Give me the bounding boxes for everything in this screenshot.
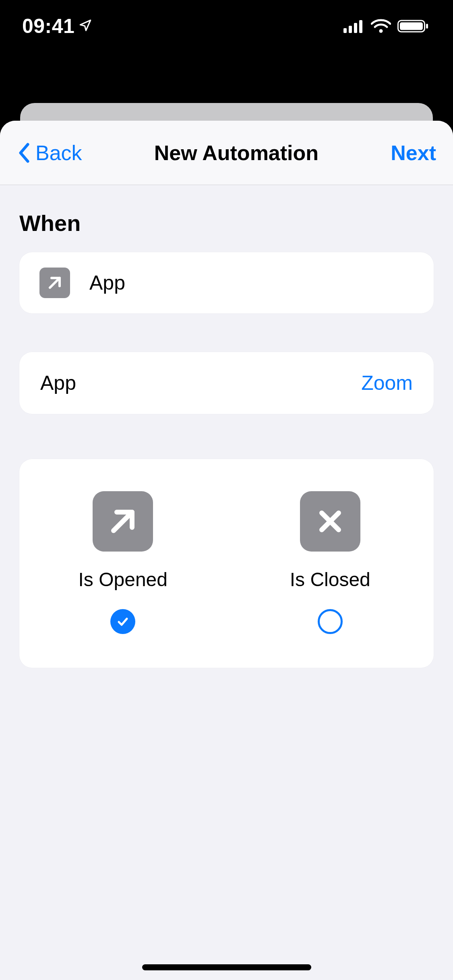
back-button[interactable]: Back <box>17 141 82 165</box>
x-icon <box>300 491 360 552</box>
option-is-opened[interactable]: Is Opened <box>19 491 227 634</box>
nav-header: Back New Automation Next <box>0 121 453 185</box>
radio-unchecked-icon <box>318 609 343 634</box>
app-selector-key: App <box>40 371 76 395</box>
location-arrow-icon <box>79 19 92 34</box>
option-is-closed-label: Is Closed <box>290 568 370 591</box>
svg-line-9 <box>114 512 132 531</box>
svg-point-4 <box>379 29 383 33</box>
section-heading-when: When <box>19 210 434 236</box>
arrow-out-icon <box>93 491 153 552</box>
open-close-options-card: Is Opened Is Closed <box>19 459 434 668</box>
modal-sheet: Back New Automation Next When App App <box>0 121 453 980</box>
svg-line-8 <box>50 278 60 288</box>
app-selector-card: App Zoom <box>19 352 434 414</box>
app-selector-row[interactable]: App Zoom <box>19 352 434 414</box>
app-selector-value: Zoom <box>361 371 413 395</box>
option-is-closed[interactable]: Is Closed <box>227 491 434 634</box>
chevron-left-icon <box>17 142 31 164</box>
svg-rect-2 <box>354 23 357 33</box>
svg-rect-6 <box>400 23 423 30</box>
back-label: Back <box>35 141 82 165</box>
status-left: 09:41 <box>22 14 92 38</box>
cellular-signal-icon <box>343 19 364 33</box>
trigger-type-row[interactable]: App <box>19 252 434 313</box>
trigger-type-label: App <box>89 271 125 294</box>
radio-checked-icon <box>110 609 135 634</box>
page-title: New Automation <box>154 141 319 165</box>
status-right <box>343 19 429 33</box>
trigger-type-card: App <box>19 252 434 313</box>
home-indicator[interactable] <box>142 964 311 970</box>
svg-rect-1 <box>349 26 352 33</box>
options-group: Is Opened Is Closed <box>19 459 434 668</box>
svg-rect-3 <box>359 20 362 33</box>
status-bar: 09:41 <box>0 0 453 52</box>
svg-rect-0 <box>343 28 347 33</box>
battery-icon <box>397 19 429 33</box>
option-is-opened-label: Is Opened <box>79 568 168 591</box>
content: When App App Zoom <box>0 185 453 668</box>
wifi-icon <box>371 19 391 33</box>
svg-rect-7 <box>426 24 428 29</box>
next-button[interactable]: Next <box>391 141 436 165</box>
status-time: 09:41 <box>22 14 74 38</box>
app-open-icon <box>39 268 70 298</box>
